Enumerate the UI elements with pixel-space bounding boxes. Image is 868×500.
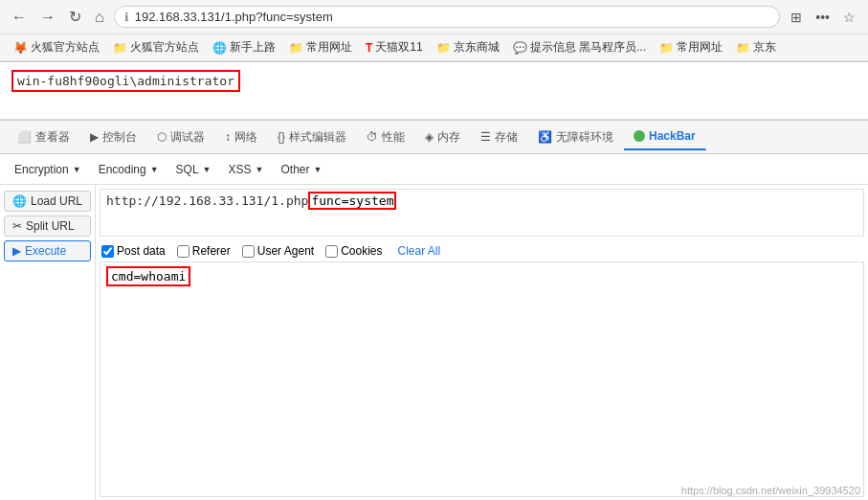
- referer-label: Referer: [192, 244, 231, 258]
- hackbar-panel: Encryption ▼ Encoding ▼ SQL ▼ XSS ▼ Othe…: [0, 154, 868, 500]
- memory-icon: ◈: [425, 130, 434, 144]
- bookmark-button[interactable]: ☆: [838, 8, 860, 27]
- encoding-label: Encoding: [99, 163, 146, 176]
- watermark: https://blog.csdn.net/weixin_39934520: [681, 485, 860, 496]
- bookmark-item[interactable]: T 天猫双11: [360, 37, 429, 57]
- sql-menu[interactable]: SQL ▼: [169, 160, 218, 179]
- split-url-icon: ✂: [12, 219, 22, 233]
- inspector-icon: ⬜: [17, 130, 32, 144]
- tab-label: 内存: [437, 129, 460, 146]
- tab-hackbar[interactable]: HackBar: [624, 124, 706, 150]
- execute-label: Execute: [25, 244, 66, 258]
- result-text: win-fu8hf90ogli\administrator: [11, 70, 240, 92]
- network-icon: ↕: [225, 130, 231, 144]
- user-agent-label: User Agent: [257, 244, 314, 258]
- back-button[interactable]: ←: [8, 7, 31, 28]
- bookmarks-bar: 🦊 火狐官方站点 📁 火狐官方站点 🌐 新手上路 📁 常用网址 T 天猫双11 …: [0, 34, 868, 61]
- clear-all-button[interactable]: Clear All: [398, 244, 441, 258]
- post-data-area[interactable]: cmd=whoami: [100, 261, 864, 497]
- devtools-bar: ⬜ 查看器 ▶ 控制台 ⬡ 调试器 ↕ 网络 {} 样式编辑器 ⏱ 性能 ◈ 内…: [0, 120, 868, 154]
- tab-performance[interactable]: ⏱ 性能: [357, 124, 415, 151]
- bookmark-item[interactable]: 📁 京东: [730, 37, 782, 57]
- tab-style-editor[interactable]: {} 样式编辑器: [268, 124, 357, 151]
- page-content: win-fu8hf90ogli\administrator ⬜ 查看器 ▶ 控制…: [0, 62, 868, 500]
- bookmark-icon: 📁: [113, 41, 127, 55]
- bookmark-label: 京东: [753, 39, 776, 56]
- sql-arrow-icon: ▼: [203, 165, 211, 174]
- user-agent-checkbox-label[interactable]: User Agent: [242, 244, 314, 258]
- cookies-checkbox[interactable]: [325, 245, 338, 258]
- url-text-part1: http://192.168.33.131/1.php: [106, 193, 308, 208]
- bookmark-item[interactable]: 📁 火狐官方站点: [107, 37, 205, 57]
- tab-console[interactable]: ▶ 控制台: [80, 124, 147, 151]
- tab-label: 查看器: [35, 129, 70, 146]
- xss-label: XSS: [229, 163, 252, 176]
- encoding-menu[interactable]: Encoding ▼: [92, 160, 166, 179]
- tab-label: HackBar: [649, 129, 696, 143]
- load-url-button[interactable]: 🌐 Load URL: [4, 191, 91, 212]
- debugger-icon: ⬡: [157, 130, 167, 144]
- execute-button[interactable]: ▶ Execute: [4, 240, 91, 261]
- post-data-checkbox-label[interactable]: Post data: [101, 244, 166, 258]
- bookmark-item[interactable]: 📁 京东商城: [431, 37, 505, 57]
- bookmark-icon: 📁: [659, 41, 674, 55]
- tab-network[interactable]: ↕ 网络: [215, 124, 268, 151]
- other-label: Other: [280, 163, 309, 176]
- storage-icon: ☰: [480, 130, 491, 144]
- split-url-label: Split URL: [26, 219, 75, 233]
- encryption-menu[interactable]: Encryption ▼: [8, 160, 88, 179]
- referer-checkbox-label[interactable]: Referer: [177, 244, 231, 258]
- tab-inspector[interactable]: ⬜ 查看器: [8, 124, 80, 151]
- performance-icon: ⏱: [367, 130, 378, 144]
- bookmark-item[interactable]: 📁 常用网址: [283, 37, 358, 57]
- bookmark-label: 火狐官方站点: [130, 39, 199, 56]
- bookmark-item[interactable]: 💬 提示信息 黑马程序员...: [507, 37, 652, 57]
- bookmark-icon: 📁: [289, 41, 303, 55]
- url-input-area[interactable]: http://192.168.33.131/1.phpfunc=system: [100, 189, 864, 237]
- bookmark-item[interactable]: 🦊 火狐官方站点: [8, 37, 105, 57]
- bookmark-item[interactable]: 📁 常用网址: [654, 37, 728, 57]
- tab-accessibility[interactable]: ♿ 无障碍环境: [528, 124, 624, 151]
- tab-label: 样式编辑器: [289, 129, 346, 146]
- bookmark-item[interactable]: 🌐 新手上路: [207, 37, 281, 57]
- menu-button[interactable]: •••: [811, 8, 835, 27]
- encoding-arrow-icon: ▼: [150, 165, 159, 174]
- bookmark-label: 提示信息 黑马程序员...: [530, 39, 646, 56]
- refresh-button[interactable]: ↻: [65, 6, 85, 28]
- cookies-label: Cookies: [341, 244, 382, 258]
- home-button[interactable]: ⌂: [91, 7, 108, 28]
- tab-memory[interactable]: ◈ 内存: [415, 124, 471, 151]
- grid-button[interactable]: ⊞: [786, 8, 807, 27]
- bookmark-label: 京东商城: [454, 39, 500, 56]
- referer-checkbox[interactable]: [177, 245, 189, 258]
- style-icon: {}: [278, 130, 285, 144]
- bookmark-icon: 📁: [736, 41, 750, 55]
- address-bar[interactable]: ℹ 192.168.33.131/1.php?func=system: [114, 6, 781, 28]
- tab-label: 调试器: [170, 129, 205, 146]
- other-menu[interactable]: Other ▼: [274, 160, 328, 179]
- tab-debugger[interactable]: ⬡ 调试器: [147, 124, 215, 151]
- hackbar-dot-icon: [634, 130, 645, 142]
- tab-label: 性能: [382, 129, 405, 146]
- bookmark-label: 天猫双11: [375, 39, 422, 56]
- encryption-label: Encryption: [14, 163, 69, 176]
- post-data-checkbox[interactable]: [101, 245, 114, 258]
- post-data-label: Post data: [117, 244, 166, 258]
- user-agent-checkbox[interactable]: [242, 245, 255, 258]
- xss-menu[interactable]: XSS ▼: [222, 160, 271, 179]
- hackbar-content: 🌐 Load URL ✂ Split URL ▶ Execute http://…: [0, 185, 868, 500]
- tab-label: 网络: [234, 129, 257, 146]
- cookies-checkbox-label[interactable]: Cookies: [325, 244, 382, 258]
- url-text-highlighted: func=system: [308, 192, 396, 210]
- console-icon: ▶: [90, 130, 99, 144]
- load-url-icon: 🌐: [12, 194, 27, 208]
- tab-label: 无障碍环境: [556, 129, 613, 146]
- encryption-arrow-icon: ▼: [73, 165, 81, 174]
- bookmark-label: 常用网址: [306, 39, 352, 56]
- address-text: 192.168.33.131/1.php?func=system: [135, 10, 770, 24]
- bookmark-icon: 💬: [513, 41, 527, 55]
- forward-button[interactable]: →: [36, 7, 59, 28]
- split-url-button[interactable]: ✂ Split URL: [4, 216, 91, 237]
- load-url-label: Load URL: [31, 194, 82, 208]
- tab-storage[interactable]: ☰ 存储: [471, 124, 528, 151]
